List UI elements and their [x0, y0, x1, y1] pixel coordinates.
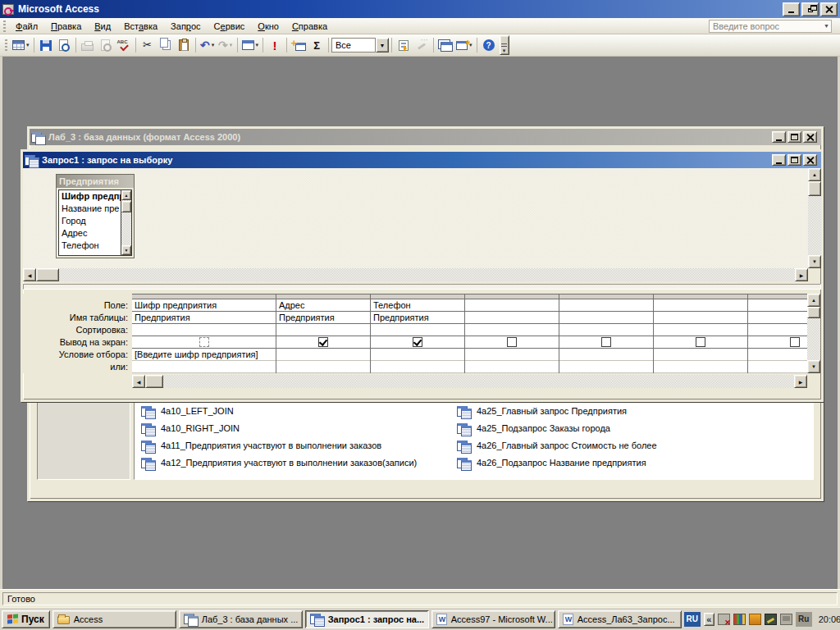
close-button[interactable]	[820, 2, 838, 16]
query-design-window[interactable]: Запрос1 : запрос на выборку Предприятия …	[21, 149, 824, 402]
build-button[interactable]	[413, 36, 431, 54]
or-cell[interactable]	[748, 361, 807, 373]
scroll-thumb[interactable]	[808, 181, 821, 196]
sort-cell[interactable]	[559, 324, 653, 336]
field-cell[interactable]	[654, 299, 747, 312]
sort-cell[interactable]	[654, 324, 747, 336]
sort-cell[interactable]	[371, 324, 464, 336]
save-button[interactable]	[37, 36, 55, 54]
query-list-item[interactable]: 4a25_Подзапрос Заказы города	[457, 422, 610, 435]
scroll-thumb[interactable]	[36, 268, 59, 281]
grid-vertical-scrollbar[interactable]	[807, 294, 820, 373]
field-list-item[interactable]: Город	[59, 215, 121, 227]
field-cell[interactable]: Шифр предприятия	[132, 299, 276, 312]
copy-button[interactable]	[157, 36, 175, 54]
chevron-down-icon[interactable]: ▼	[824, 23, 829, 29]
sort-cell[interactable]	[276, 324, 370, 336]
undo-button[interactable]	[199, 36, 217, 54]
show-checkbox[interactable]	[790, 337, 800, 347]
query-list-item[interactable]: 4a26_Главный запрос Стоимость не более	[457, 439, 657, 452]
table-cell[interactable]: Предприятия	[132, 312, 276, 324]
db-close-button[interactable]	[803, 131, 817, 143]
query-list-item[interactable]: 4a12_Предприятия участвуют в выполнении …	[141, 456, 417, 469]
field-cell[interactable]	[559, 299, 653, 312]
taskbar-button[interactable]: Access	[52, 610, 176, 628]
show-cell[interactable]	[371, 336, 464, 349]
network-offline-tray-icon[interactable]	[718, 614, 730, 625]
or-cell[interactable]	[276, 361, 370, 373]
menu-Запрос[interactable]: Запрос	[164, 20, 208, 33]
db-maximize-button[interactable]	[788, 131, 801, 143]
menu-Вставка[interactable]: Вставка	[117, 20, 164, 33]
query-list-item[interactable]: 4a10_LEFT_JOIN	[141, 404, 234, 418]
menu-Справка[interactable]: Справка	[285, 20, 334, 33]
show-checkbox[interactable]	[318, 337, 328, 347]
criteria-cell[interactable]	[465, 349, 559, 361]
scroll-up-button[interactable]	[807, 294, 820, 307]
clock[interactable]: 20:06	[815, 614, 840, 624]
field-list-item[interactable]: Телефон	[59, 240, 121, 252]
taskbar-button[interactable]: Лаб_3 : база данных ...	[179, 610, 303, 628]
scroll-left-button[interactable]	[23, 268, 36, 281]
taskbar-button[interactable]: Запрос1 : запрос на...	[305, 610, 429, 628]
field-cell[interactable]	[465, 299, 559, 312]
database-window-titlebar[interactable]: Лаб_3 : база данных (формат Access 2000)	[30, 129, 821, 145]
field-cell[interactable]: Телефон	[371, 299, 464, 312]
or-cell[interactable]	[132, 361, 276, 373]
scroll-down-button[interactable]	[121, 245, 131, 255]
tray-chevron[interactable]: «	[704, 613, 714, 626]
query-minimize-button[interactable]	[772, 154, 786, 166]
or-cell[interactable]	[654, 361, 747, 373]
monitor-tray-icon[interactable]	[780, 614, 792, 625]
start-button[interactable]: Пуск	[2, 610, 50, 628]
scroll-thumb[interactable]	[121, 201, 131, 212]
scroll-up-button[interactable]	[808, 168, 821, 181]
show-table-button[interactable]	[290, 36, 308, 54]
toolbar-options-button[interactable]	[500, 35, 509, 55]
security-tray-icon[interactable]	[765, 614, 777, 625]
show-cell[interactable]	[559, 336, 653, 349]
top-values-combo[interactable]: Все	[331, 38, 376, 52]
language-indicator[interactable]: RU	[684, 612, 701, 627]
show-checkbox[interactable]	[507, 337, 517, 347]
menu-Правка[interactable]: Правка	[44, 20, 88, 33]
taskbar-button[interactable]: Access_Ла63_Запрос...	[558, 610, 682, 628]
criteria-cell[interactable]	[371, 349, 464, 361]
new-object-button[interactable]	[454, 36, 474, 54]
query-list-item[interactable]: 4a26_Подзапрос Название предприятия	[457, 456, 646, 469]
field-list-item[interactable]: Шифр предпр	[59, 190, 121, 203]
or-cell[interactable]	[371, 361, 464, 373]
table-cell[interactable]	[465, 312, 559, 324]
paste-button[interactable]	[175, 36, 193, 54]
run-button[interactable]	[266, 36, 284, 54]
criteria-cell[interactable]	[276, 349, 370, 361]
scroll-down-button[interactable]	[808, 255, 821, 268]
criteria-cell[interactable]	[559, 349, 653, 361]
query-window-titlebar[interactable]: Запрос1 : запрос на выборку	[23, 152, 821, 168]
sort-cell[interactable]	[465, 324, 559, 336]
update-tray-icon[interactable]	[749, 614, 761, 625]
pane-splitter[interactable]	[23, 284, 821, 290]
criteria-cell[interactable]: [Введите шифр предприятия]	[132, 349, 276, 361]
show-cell[interactable]	[276, 336, 370, 349]
or-cell[interactable]	[465, 361, 559, 373]
criteria-cell[interactable]	[654, 349, 747, 361]
field-list-scrollbar[interactable]	[121, 190, 131, 255]
menu-Сервис[interactable]: Сервис	[208, 20, 252, 33]
toolbar-grip[interactable]	[5, 39, 7, 51]
show-cell[interactable]	[654, 336, 747, 349]
show-checkbox[interactable]	[601, 337, 611, 347]
access-app-icon[interactable]	[2, 4, 14, 15]
field-cell[interactable]	[748, 299, 807, 312]
display-settings-tray-icon[interactable]	[733, 614, 746, 625]
scroll-right-button[interactable]	[794, 375, 807, 388]
table-cell[interactable]: Предприятия	[276, 312, 370, 324]
query-type-button[interactable]	[240, 36, 261, 54]
field-list-title[interactable]: Предприятия	[57, 175, 134, 188]
table-cell[interactable]: Предприятия	[371, 312, 464, 324]
or-cell[interactable]	[559, 361, 653, 373]
scroll-left-button[interactable]	[132, 375, 145, 388]
table-pane-horizontal-scrollbar[interactable]	[23, 268, 808, 281]
show-checkbox[interactable]	[413, 337, 422, 347]
taskbar-button[interactable]: Access97 - Microsoft W...	[431, 610, 555, 628]
